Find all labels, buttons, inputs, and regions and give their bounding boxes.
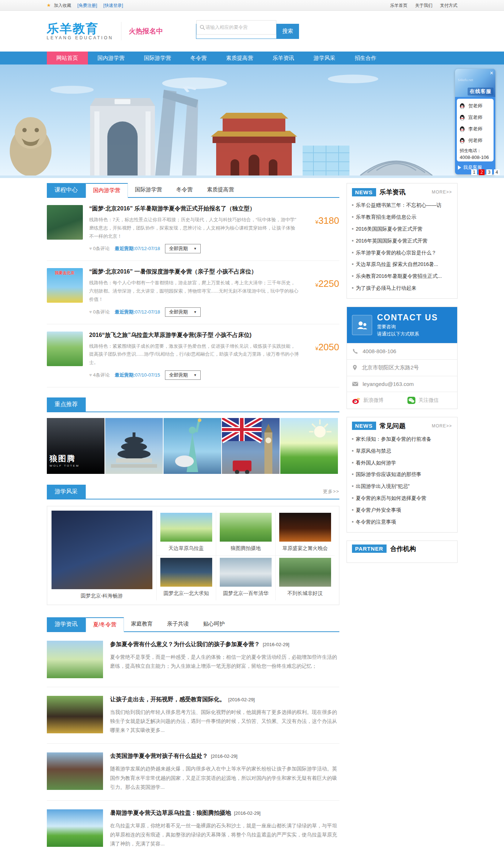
nav-quality-camp[interactable]: 素质提高营 (217, 52, 263, 65)
tab-summer-winter-camp[interactable]: 夏/冬令营 (86, 617, 124, 632)
fengcai-caption[interactable]: 狼图腾拍摄地 (220, 542, 272, 552)
wolf-totem-subtitle: WOLF TOTEM (50, 464, 80, 467)
fengcai-caption[interactable]: 天边草原乌拉盖 (160, 542, 213, 552)
article-title[interactable]: 参加夏令营有什么意义？为什么让我们的孩子参加夏令营？[2016-02-29] (110, 641, 339, 648)
tab-caring[interactable]: 贴心呵护 (196, 617, 232, 631)
gallery-image-wolf-totem[interactable]: 狼图腾WOLF TOTEM (47, 418, 104, 474)
news-list-item[interactable]: 2016美国国际夏令营正式开营 (352, 223, 452, 235)
fengcai-photo-bonfire-party[interactable] (279, 513, 331, 542)
site-header: 乐羊教育 LEYANG EDUCATION 火热报名中 搜索 (0, 11, 504, 52)
tab-quality-camp[interactable]: 素质提高营 (200, 183, 241, 197)
course-title[interactable]: 2016“放飞之旅”乌拉盖大草原游学夏令营(亲子型 小孩不占床位) (89, 332, 300, 339)
article-thumb-uk-students[interactable] (47, 752, 103, 790)
contact-line1: 需要咨询 (377, 324, 438, 330)
weibo-link[interactable]: 新浪微博 (347, 392, 402, 409)
news-list-item[interactable]: 2016年英国国际夏令营正式开营 (352, 235, 452, 247)
faq-list-item[interactable]: 冬令营的注意事项 (352, 516, 452, 528)
period-select[interactable]: 全部营期▼ (165, 370, 201, 380)
login-link[interactable]: [快速登录] (103, 3, 123, 8)
course-title[interactable]: “圆梦·北京2016” 乐羊暑期游学夏令营正式开始报名了（独立型） (89, 205, 300, 213)
fengcai-caption[interactable]: 圆梦北京---北大求知 (160, 587, 213, 597)
news-list-item[interactable]: 乐羊教育招生老师信息公示 (352, 211, 452, 223)
banner-page-3[interactable]: 3 (486, 169, 492, 175)
faq-list-item[interactable]: 看外国人如何游学 (352, 457, 452, 469)
gallery-image-grassland[interactable] (280, 418, 338, 474)
banner-page-4[interactable]: 4 (494, 169, 500, 175)
wechat-link[interactable]: 关注微信 (402, 392, 457, 409)
faq-list-item[interactable]: 国际游学你应该知道的那些事 (352, 468, 452, 480)
course-thumbnail-great-wall[interactable] (47, 205, 83, 240)
faq-list-item[interactable]: 草原风俗与禁忌 (352, 445, 452, 457)
gallery-image-uk-big-ben[interactable] (222, 418, 280, 474)
article-title[interactable]: 暑期游学夏令营天边草原乌拉盖：狼图腾拍摄地[2016-02-29] (110, 809, 339, 817)
article-title[interactable]: 去英国游学夏令营对孩子有什么益处？[2016-02-29] (110, 752, 339, 760)
faq-list-item[interactable]: 家长须知：参加夏令营的行前准备 (352, 433, 452, 445)
news-list-item[interactable]: 乐央教育2016年暑期夏令营招生正式... (352, 270, 452, 282)
faq-list-item[interactable]: 夏令营户外安全事项 (352, 504, 452, 516)
article-date: [2016-02-29] (263, 642, 290, 647)
nav-news[interactable]: 乐羊资讯 (263, 52, 304, 65)
search-button[interactable]: 搜索 (276, 24, 299, 39)
topbar-home-link[interactable]: 乐羊首页 (390, 3, 407, 8)
register-link[interactable]: [免费注册] (77, 3, 97, 8)
course-title[interactable]: “圆梦·北京2016” 一暑假深度游学夏令营（亲子型 小孩不占床位） (89, 268, 300, 276)
fengcai-main-photo-science-ride[interactable] (52, 511, 152, 589)
qq-teacher-he2[interactable]: 何老师 (459, 135, 491, 146)
article-thumb-grassland-sky[interactable] (47, 809, 103, 847)
tab-winter-camp[interactable]: 冬令营 (169, 183, 200, 197)
gallery-image-statue-of-liberty[interactable] (164, 418, 221, 474)
nav-gallery[interactable]: 游学风采 (304, 52, 345, 65)
fengcai-photo-peking-university[interactable] (160, 558, 213, 587)
article-title[interactable]: 让孩子走出去，开拓视野，感受教育国际化。[2016-02-29] (110, 696, 339, 703)
news-list-item[interactable]: 乐羊公益赠书第三年：不忘初心——访 (352, 199, 452, 211)
close-icon[interactable]: × (490, 70, 493, 76)
fengcai-main-caption[interactable]: 圆梦北京-科海畅游 (52, 589, 152, 599)
banner-page-1[interactable]: 1 (471, 169, 477, 175)
news-title: 乐羊资讯 (380, 188, 406, 196)
topbar-about-link[interactable]: 关于我们 (415, 3, 432, 8)
article-thumb-kids-trophy[interactable] (47, 696, 103, 733)
qq-teacher-xuan[interactable]: 宣老师 (459, 112, 491, 123)
add-favorite-link[interactable]: 加入收藏 (54, 3, 71, 8)
qq-teacher-li[interactable]: 李老师 (459, 123, 491, 135)
course-item: “圆梦·北京2016” 乐羊暑期游学夏令营正式开始报名了（独立型） 线路特色：7… (47, 198, 339, 261)
nav-domestic-camp[interactable]: 国内游学营 (88, 52, 134, 65)
faq-more-link[interactable]: MORE>> (432, 423, 452, 428)
fengcai-caption[interactable]: 圆梦北京---百年清华 (220, 587, 272, 597)
topbar-payment-link[interactable]: 支付方式 (440, 3, 458, 8)
fengcai-photo-tsinghua-gate[interactable] (220, 558, 272, 587)
tab-parent-child-reading[interactable]: 亲子共读 (160, 617, 196, 631)
nav-winter-camp[interactable]: 冬令营 (181, 52, 217, 65)
qq-teacher-he[interactable]: 贺老师 (459, 100, 491, 112)
period-select[interactable]: 全部营期▼ (165, 307, 201, 317)
fengcai-photo-great-wall[interactable] (279, 558, 331, 587)
news-list-item[interactable]: 乐羊游学夏令营的核心宗旨是什么？ (352, 247, 452, 259)
tiananmen-gate (211, 113, 297, 178)
contact-phone: 4008-808-106 (363, 348, 396, 354)
tab-international-camp[interactable]: 国际游学营 (128, 183, 169, 197)
gallery-image-temple-of-heaven[interactable] (105, 418, 163, 474)
search-input[interactable] (205, 25, 273, 30)
faq-list-item[interactable]: 夏令营的来历与如何选择夏令营 (352, 492, 452, 504)
course-thumbnail-grassland[interactable] (47, 332, 83, 366)
news-more-link[interactable]: MORE>> (432, 190, 452, 195)
fengcai-caption[interactable]: 不到长城非好汉 (279, 587, 331, 597)
fengcai-photo-horse-riding[interactable] (220, 513, 272, 542)
nav-cooperation[interactable]: 招生合作 (345, 52, 386, 65)
faq-list-item[interactable]: 出国游学出入境别“犯忌” (352, 480, 452, 492)
news-list-item[interactable]: 天边草原乌拉盖 探索大自然2016暑... (352, 258, 452, 270)
nav-international-camp[interactable]: 国际游学营 (134, 52, 181, 65)
fengcai-more-link[interactable]: 更多>> (323, 488, 339, 495)
chevron-down-icon: ▼ (193, 373, 197, 377)
news-list-item[interactable]: 为了孩子必须马上行动起来 (352, 282, 452, 294)
banner-page-2[interactable]: 2 (479, 169, 485, 175)
article-thumb-camp-group[interactable] (47, 641, 103, 678)
nav-home[interactable]: 网站首页 (47, 52, 88, 65)
course-thumbnail-beijing-kids[interactable]: 我要去北京 (47, 268, 83, 303)
period-select[interactable]: 全部营期▼ (165, 244, 201, 253)
tab-domestic-camp[interactable]: 国内游学营 (86, 183, 128, 198)
fengcai-caption[interactable]: 草原盛宴之篝火晚会 (279, 542, 331, 552)
tab-family-education[interactable]: 家庭教育 (124, 617, 160, 631)
fengcai-photo-grassland-play[interactable] (160, 513, 213, 542)
logo-text-cn: 乐羊教育 (47, 22, 113, 35)
